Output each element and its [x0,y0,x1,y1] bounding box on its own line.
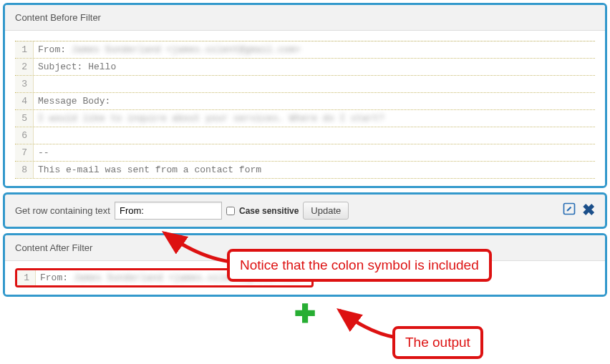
line-num: 1 [17,270,36,285]
code-line: 4Message Body: [15,93,595,110]
line-num: 6 [15,127,34,144]
line-num: 5 [15,110,34,127]
arrow-icon [334,306,400,342]
line-num: 7 [15,144,34,161]
line-num: 8 [15,162,34,178]
callout-colon: Notice that the colon symbol is included [227,249,492,282]
code-line: 8This e-mail was sent from a contact for… [15,162,595,179]
code-text: Subject: Hello [34,62,116,72]
code-line: 6 [15,127,595,144]
panel-before-body: 1From: James Sunderland <james.silent@gm… [5,31,605,186]
add-row: ✚ [3,301,607,327]
code-text: From: James Sunderland <james.silent@gma… [34,44,301,55]
panel-before: Content Before Filter 1From: James Sunde… [3,3,607,188]
line-num: 1 [15,41,34,58]
panel-before-header: Content Before Filter [5,5,605,31]
code-text: I would like to inquire about your servi… [34,113,384,124]
case-sensitive-label: Case sensitive [239,206,299,216]
code-text: -- [34,147,49,158]
code-line: 1From: James Sunderland <james.silent@gm… [15,41,595,59]
arrow-icon [156,229,233,266]
edit-icon[interactable] [562,202,576,218]
filter-actions: ✖ [562,202,595,218]
code-text: Message Body: [34,96,110,107]
code-text: This e-mail was sent from a contact form [34,164,261,175]
update-button[interactable]: Update [303,202,349,220]
close-icon[interactable]: ✖ [582,202,595,218]
filter-label: Get row containing text [15,205,110,216]
code-before: 1From: James Sunderland <james.silent@gm… [15,41,595,179]
plus-icon[interactable]: ✚ [294,299,316,328]
filter-text-input[interactable] [115,202,222,220]
callout-output: The output [392,326,483,359]
code-line: 2Subject: Hello [15,59,595,76]
line-num: 2 [15,59,34,75]
code-line: 5I would like to inquire about your serv… [15,110,595,127]
code-line: 3 [15,76,595,93]
line-num: 3 [15,76,34,92]
code-line: 7-- [15,144,595,162]
line-num: 4 [15,93,34,109]
filter-panel: Get row containing text Case sensitive U… [3,192,607,229]
case-sensitive-checkbox[interactable] [226,207,235,215]
